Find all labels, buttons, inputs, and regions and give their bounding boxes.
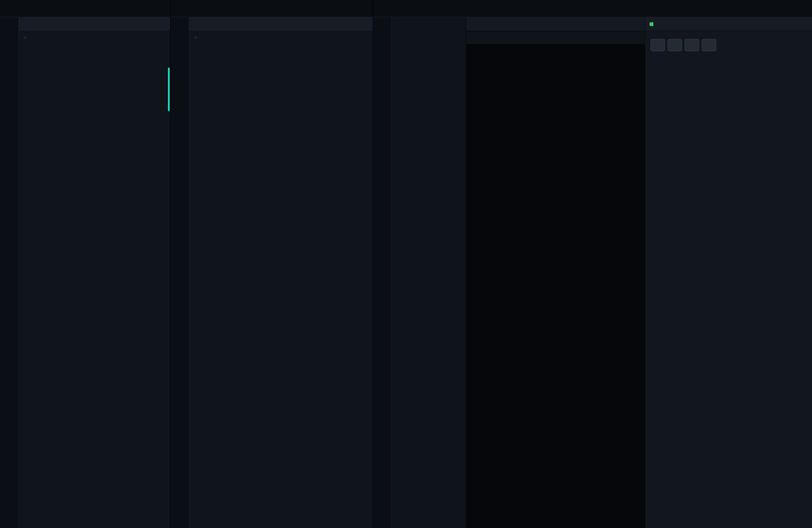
time-range-selector <box>194 36 197 39</box>
tool-sidebar <box>373 17 392 528</box>
save-button[interactable] <box>685 39 699 51</box>
flecs-logo-icon[interactable] <box>4 4 14 13</box>
entity-inspector <box>645 17 812 528</box>
disable-button[interactable] <box>668 39 682 51</box>
pipeline-panel-header[interactable] <box>19 17 170 31</box>
pipeline-stats-window <box>0 0 171 528</box>
query-panel <box>466 17 645 528</box>
flecs-logo-icon[interactable] <box>175 4 184 13</box>
inspector-header <box>645 17 812 31</box>
tree-view-button[interactable] <box>650 39 665 51</box>
delete-app-icon[interactable] <box>123 6 129 12</box>
delete-app-icon[interactable] <box>271 6 277 12</box>
titlebar <box>0 0 170 17</box>
flecs-logo-icon[interactable] <box>377 4 387 13</box>
titlebar <box>373 0 812 17</box>
query-header <box>466 17 645 31</box>
tool-sidebar <box>0 17 19 528</box>
inspector-toolbar <box>645 39 812 56</box>
explorer-window <box>373 0 812 528</box>
world-stats-window <box>171 0 373 528</box>
world-panel-header[interactable] <box>189 17 373 31</box>
delete-app-icon[interactable] <box>591 6 598 12</box>
delete-button[interactable] <box>702 39 716 51</box>
entity-color-icon <box>650 22 653 26</box>
tool-sidebar <box>171 17 189 528</box>
titlebar <box>171 0 373 17</box>
entity-tree <box>392 17 466 528</box>
time-range-selector <box>24 36 26 39</box>
query-results-table <box>466 31 645 44</box>
scrollbar-thumb[interactable] <box>168 68 170 111</box>
parent-row <box>645 31 812 39</box>
